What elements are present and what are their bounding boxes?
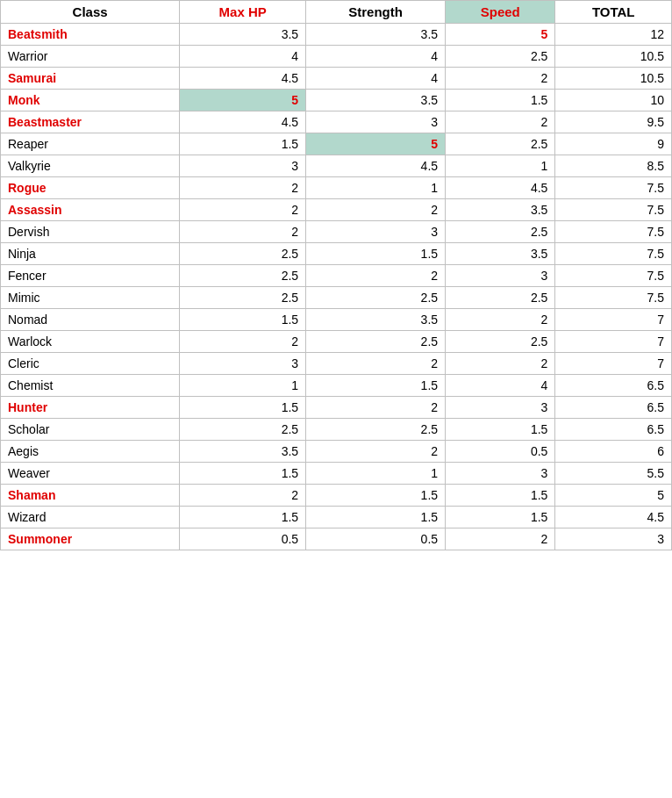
- strength-cell: 4.5: [306, 155, 446, 177]
- maxhp-cell: 2: [180, 485, 306, 507]
- table-row: Dervish232.57.5: [1, 221, 672, 243]
- total-cell: 6.5: [555, 375, 672, 397]
- speed-cell: 1.5: [446, 485, 555, 507]
- speed-cell: 3.5: [446, 243, 555, 265]
- total-cell: 6.5: [555, 397, 672, 419]
- strength-cell: 2.5: [306, 331, 446, 353]
- strength-cell: 1: [306, 177, 446, 199]
- table-row: Reaper1.552.59: [1, 133, 672, 155]
- speed-cell: 3.5: [446, 199, 555, 221]
- strength-cell: 3.5: [306, 90, 446, 111]
- total-cell: 10: [555, 90, 672, 111]
- total-cell: 7: [555, 353, 672, 375]
- class-name-cell: Reaper: [1, 133, 180, 155]
- class-name-cell: Mimic: [1, 287, 180, 309]
- total-cell: 8.5: [555, 155, 672, 177]
- class-name-cell: Assassin: [1, 199, 180, 221]
- stats-table: Class Max HP Strength Speed TOTAL Beatsm…: [0, 0, 672, 550]
- speed-cell: 2: [446, 353, 555, 375]
- class-name-cell: Samurai: [1, 68, 180, 90]
- speed-cell: 5: [446, 24, 555, 46]
- maxhp-cell: 2: [180, 221, 306, 243]
- total-cell: 7: [555, 309, 672, 331]
- strength-cell: 4: [306, 68, 446, 90]
- speed-cell: 1.5: [446, 419, 555, 441]
- table-row: Hunter1.5236.5: [1, 397, 672, 419]
- strength-header: Strength: [306, 1, 446, 24]
- strength-cell: 0.5: [306, 528, 446, 550]
- table-row: Warlock22.52.57: [1, 331, 672, 353]
- maxhp-cell: 0.5: [180, 528, 306, 550]
- maxhp-cell: 2.5: [180, 265, 306, 287]
- table-row: Monk53.51.510: [1, 90, 672, 111]
- total-cell: 7.5: [555, 287, 672, 309]
- table-row: Aegis3.520.56: [1, 441, 672, 463]
- class-name-cell: Rogue: [1, 177, 180, 199]
- total-cell: 7.5: [555, 243, 672, 265]
- maxhp-cell: 1.5: [180, 397, 306, 419]
- table-row: Ninja2.51.53.57.5: [1, 243, 672, 265]
- class-name-cell: Valkyrie: [1, 155, 180, 177]
- strength-cell: 2.5: [306, 419, 446, 441]
- total-cell: 7.5: [555, 221, 672, 243]
- maxhp-cell: 4.5: [180, 68, 306, 90]
- class-name-cell: Ninja: [1, 243, 180, 265]
- table-row: Wizard1.51.51.54.5: [1, 507, 672, 528]
- maxhp-cell: 2: [180, 199, 306, 221]
- table-row: Warrior442.510.5: [1, 46, 672, 68]
- maxhp-cell: 5: [180, 90, 306, 111]
- total-cell: 4.5: [555, 507, 672, 528]
- strength-cell: 3: [306, 221, 446, 243]
- maxhp-cell: 3.5: [180, 441, 306, 463]
- maxhp-cell: 3: [180, 155, 306, 177]
- speed-cell: 2: [446, 309, 555, 331]
- class-name-cell: Warrior: [1, 46, 180, 68]
- speed-cell: 1.5: [446, 90, 555, 111]
- maxhp-cell: 2.5: [180, 287, 306, 309]
- strength-cell: 1.5: [306, 507, 446, 528]
- table-row: Nomad1.53.527: [1, 309, 672, 331]
- total-cell: 5.5: [555, 463, 672, 485]
- maxhp-cell: 1.5: [180, 133, 306, 155]
- table-row: Assassin223.57.5: [1, 199, 672, 221]
- speed-cell: 2: [446, 111, 555, 133]
- speed-cell: 2.5: [446, 287, 555, 309]
- total-cell: 7.5: [555, 177, 672, 199]
- maxhp-cell: 3.5: [180, 24, 306, 46]
- class-name-cell: Chemist: [1, 375, 180, 397]
- strength-cell: 3.5: [306, 309, 446, 331]
- speed-cell: 2: [446, 68, 555, 90]
- speed-cell: 2.5: [446, 331, 555, 353]
- maxhp-header: Max HP: [180, 1, 306, 24]
- total-cell: 9.5: [555, 111, 672, 133]
- maxhp-cell: 4.5: [180, 111, 306, 133]
- maxhp-cell: 2.5: [180, 243, 306, 265]
- table-row: Rogue214.57.5: [1, 177, 672, 199]
- class-name-cell: Beatsmith: [1, 24, 180, 46]
- speed-cell: 3: [446, 265, 555, 287]
- table-row: Valkyrie34.518.5: [1, 155, 672, 177]
- speed-cell: 2.5: [446, 133, 555, 155]
- strength-cell: 1.5: [306, 375, 446, 397]
- speed-cell: 1: [446, 155, 555, 177]
- strength-cell: 3.5: [306, 24, 446, 46]
- maxhp-cell: 1.5: [180, 507, 306, 528]
- table-row: Scholar2.52.51.56.5: [1, 419, 672, 441]
- speed-cell: 2: [446, 528, 555, 550]
- strength-cell: 1.5: [306, 243, 446, 265]
- table-row: Summoner0.50.523: [1, 528, 672, 550]
- table-row: Weaver1.5135.5: [1, 463, 672, 485]
- class-name-cell: Nomad: [1, 309, 180, 331]
- speed-cell: 3: [446, 397, 555, 419]
- class-name-cell: Monk: [1, 90, 180, 111]
- maxhp-cell: 3: [180, 353, 306, 375]
- speed-cell: 0.5: [446, 441, 555, 463]
- table-body: Beatsmith3.53.5512Warrior442.510.5Samura…: [1, 24, 672, 550]
- table-row: Fencer2.5237.5: [1, 265, 672, 287]
- speed-cell: 3: [446, 463, 555, 485]
- total-cell: 6.5: [555, 419, 672, 441]
- strength-cell: 2.5: [306, 287, 446, 309]
- speed-cell: 2.5: [446, 46, 555, 68]
- table-row: Chemist11.546.5: [1, 375, 672, 397]
- class-name-cell: Warlock: [1, 331, 180, 353]
